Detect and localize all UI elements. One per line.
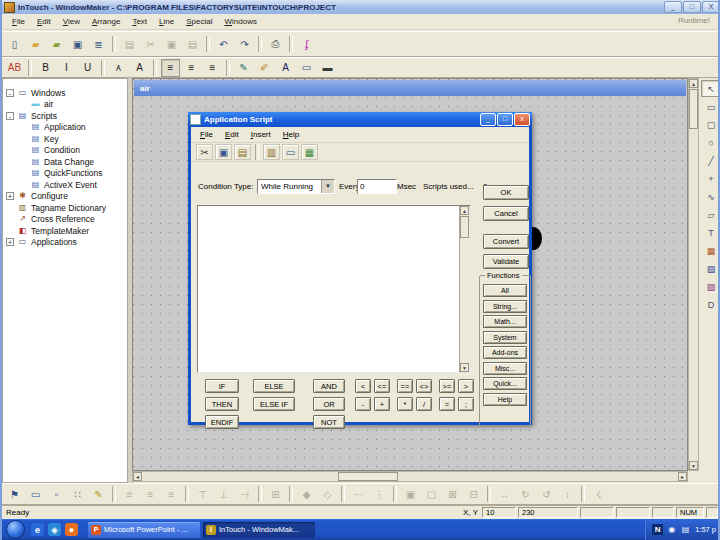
operator-button-%3D[interactable]: = <box>439 397 455 411</box>
save-all-icon[interactable]: ≣ <box>89 35 108 53</box>
window-color-icon[interactable]: ▬ <box>318 59 337 77</box>
expand-icon[interactable]: + <box>6 238 14 246</box>
reduce-font-icon[interactable]: ᴀ <box>109 59 128 77</box>
tree-item-condition[interactable]: ▤Condition <box>3 145 127 157</box>
keyword-button-else[interactable]: ELSE <box>253 379 295 393</box>
dialog-close-button[interactable]: x <box>514 113 530 126</box>
line-tool-icon[interactable]: ╱ <box>701 152 720 169</box>
polyline-tool-icon[interactable]: ∿ <box>701 188 720 205</box>
menu-item-special[interactable]: Special <box>180 15 218 28</box>
tree-item-windows[interactable]: -▭Windows <box>3 87 127 99</box>
align-left-icon[interactable]: ≡ <box>161 59 180 77</box>
validate-button[interactable]: Validate <box>483 254 529 269</box>
cut-icon[interactable]: ✂ <box>196 144 213 160</box>
operator-button-%3E[interactable]: > <box>458 379 474 393</box>
function-all-button[interactable]: All <box>483 284 527 297</box>
canvas-window-titlebar[interactable]: air <box>134 80 686 96</box>
function-misc-button[interactable]: Misc... <box>483 362 527 375</box>
operator-button-*[interactable]: * <box>397 397 413 411</box>
cancel-button[interactable]: Cancel <box>483 206 529 221</box>
spell-check-icon[interactable]: AB <box>5 59 24 77</box>
operator-button-%3D%3D[interactable]: == <box>397 379 413 393</box>
tree-item-key[interactable]: ▤Key <box>3 133 127 145</box>
convert-button[interactable]: Convert <box>483 234 529 249</box>
transparent-color-icon[interactable]: ▭ <box>297 59 316 77</box>
keyword-button-or[interactable]: OR <box>313 397 345 411</box>
rounded-rectangle-tool-icon[interactable]: ▢ <box>701 116 720 133</box>
historical-trend-tool-icon[interactable]: ▨ <box>701 278 720 295</box>
tree-item-activex-event[interactable]: ▤ActiveX Event <box>3 179 127 191</box>
bold-icon[interactable]: B <box>36 59 55 77</box>
import-icon[interactable]: ▰ <box>47 35 66 53</box>
maximize-button[interactable]: □ <box>683 1 701 13</box>
keyword-button-and[interactable]: AND <box>313 379 345 393</box>
dialog-menu-help[interactable]: Help <box>278 129 304 140</box>
function-math-button[interactable]: Math... <box>483 315 527 328</box>
collapse-icon[interactable]: - <box>6 89 14 97</box>
tree-item-quickfunctions[interactable]: ▤QuickFunctions <box>3 168 127 180</box>
start-button[interactable] <box>6 520 25 539</box>
runtime-link[interactable]: Runtime! <box>678 16 710 25</box>
runtime-fast-switch-icon[interactable]: ʄ <box>297 35 316 53</box>
task-powerpoint[interactable]: PMicrosoft PowerPoint - ... <box>88 522 200 538</box>
task-intouch[interactable]: IInTouch - WindowMak... <box>203 522 315 538</box>
tree-item-templatemaker[interactable]: ◧TemplateMaker <box>3 225 127 237</box>
tray-nvidia-icon[interactable]: N <box>652 524 663 535</box>
dialog-maximize-button[interactable]: □ <box>497 113 513 126</box>
function-system-button[interactable]: System <box>483 331 527 344</box>
scroll-left-icon[interactable]: ◄ <box>133 472 142 481</box>
bitmap-tool-icon[interactable]: ▦ <box>701 242 720 259</box>
text-tool-icon[interactable]: T <box>701 224 720 241</box>
align-right-icon[interactable]: ≡ <box>203 59 222 77</box>
tagname-browser-icon[interactable]: ▥ <box>263 144 280 160</box>
menu-item-edit[interactable]: Edit <box>31 15 57 28</box>
menu-item-line[interactable]: Line <box>153 15 180 28</box>
quicklaunch-firefox-icon[interactable]: ● <box>65 523 78 536</box>
keyword-button-then[interactable]: THEN <box>205 397 239 411</box>
tree-item-data-change[interactable]: ▤Data Change <box>3 156 127 168</box>
dialog-menu-insert[interactable]: Insert <box>246 129 276 140</box>
pencil-icon[interactable]: ✎ <box>89 485 108 503</box>
keyword-button-if[interactable]: IF <box>205 379 239 393</box>
save-icon[interactable]: ▣ <box>68 35 87 53</box>
enlarge-font-icon[interactable]: A <box>130 59 149 77</box>
tray-notes-icon[interactable]: ▤ <box>680 524 691 535</box>
operator-button-%2B[interactable]: + <box>374 397 390 411</box>
quicklaunch-explorer-icon[interactable]: ◈ <box>48 523 61 536</box>
scroll-thumb[interactable] <box>460 216 469 238</box>
operator-button-%3C[interactable]: < <box>355 379 371 393</box>
function-add-ons-button[interactable]: Add-ons <box>483 346 527 359</box>
button-tool-icon[interactable]: D <box>701 296 720 313</box>
operator-button-%2F[interactable]: / <box>416 397 432 411</box>
scroll-up-icon[interactable]: ▲ <box>460 206 469 215</box>
redo-icon[interactable]: ↷ <box>235 35 254 53</box>
operator-button-%3C%3D[interactable]: <= <box>374 379 390 393</box>
new-window-icon[interactable]: ▯ <box>5 35 24 53</box>
function-string-button[interactable]: String... <box>483 300 527 313</box>
operator-button-%3C%3E[interactable]: <> <box>416 379 432 393</box>
tray-volume-icon[interactable]: ◉ <box>666 524 677 535</box>
paste-icon[interactable]: ▤ <box>234 144 251 160</box>
menu-item-file[interactable]: File <box>6 15 31 28</box>
ellipse-tool-icon[interactable]: ○ <box>701 134 720 151</box>
print-icon[interactable]: ⎙ <box>266 35 285 53</box>
expand-icon[interactable]: + <box>6 192 14 200</box>
chevron-down-icon[interactable]: ▼ <box>321 180 334 193</box>
tree-item-scripts[interactable]: -▤Scripts <box>3 110 127 122</box>
operator-button-%3B[interactable]: ; <box>458 397 474 411</box>
scroll-down-icon[interactable]: ▼ <box>460 363 469 372</box>
ok-button[interactable]: OK <box>483 185 529 200</box>
keyword-button-not[interactable]: NOT <box>313 415 345 429</box>
fill-color-icon[interactable]: ✐ <box>255 59 274 77</box>
full-window-icon[interactable]: ▭ <box>26 485 45 503</box>
scroll-down-icon[interactable]: ▼ <box>689 461 698 470</box>
dialog-menu-edit[interactable]: Edit <box>220 129 244 140</box>
dialog-menu-file[interactable]: File <box>195 129 218 140</box>
function-help-button[interactable]: Help <box>483 393 527 406</box>
scroll-thumb[interactable] <box>689 89 698 129</box>
open-window-icon[interactable]: ▰ <box>26 35 45 53</box>
keyword-button-else-if[interactable]: ELSE IF <box>253 397 295 411</box>
snap-grid-icon[interactable]: ∷ <box>68 485 87 503</box>
tree-item-configure[interactable]: +✱Configure <box>3 191 127 203</box>
canvas-vertical-scrollbar[interactable]: ▲ ▼ <box>688 78 699 471</box>
